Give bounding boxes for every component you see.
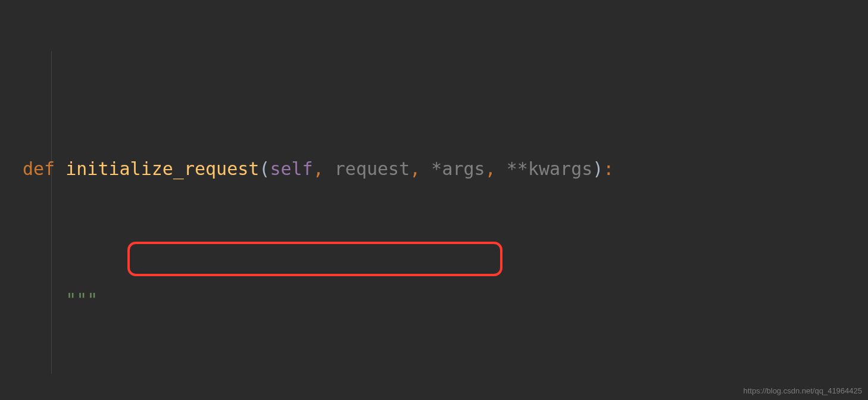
comma: , <box>313 158 324 179</box>
star: * <box>431 158 442 179</box>
code-line: """ <box>23 287 868 313</box>
comma: , <box>485 158 496 179</box>
param-args: args <box>442 158 485 179</box>
paren-close: ) <box>592 158 603 179</box>
indent-guide <box>51 51 52 374</box>
code-line: def initialize_request(self, request, *a… <box>23 156 868 182</box>
function-name: initialize_request <box>65 158 259 179</box>
param-kwargs: kwargs <box>528 158 592 179</box>
paren-open: ( <box>259 158 270 179</box>
watermark-text: https://blog.csdn.net/qq_41964425 <box>744 386 863 395</box>
keyword-def: def <box>23 158 55 179</box>
self-param: self <box>270 158 313 179</box>
star-star: ** <box>507 158 528 179</box>
docstring-open: """ <box>65 289 98 310</box>
code-editor[interactable]: def initialize_request(self, request, *a… <box>0 0 868 400</box>
colon: : <box>603 158 614 179</box>
param-request: request <box>335 158 410 179</box>
highlight-annotation-box <box>127 242 502 276</box>
comma: , <box>410 158 420 179</box>
